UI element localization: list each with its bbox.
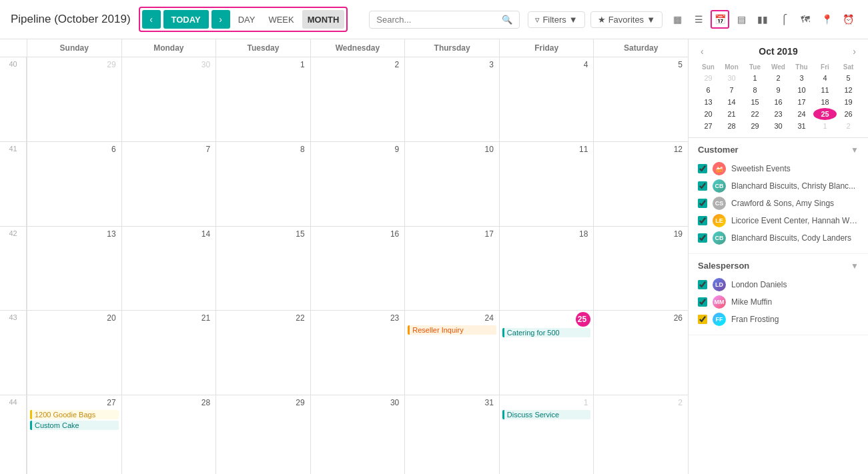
mini-day[interactable]: 5 xyxy=(837,72,860,84)
calendar-view-icon[interactable]: 📅 xyxy=(711,10,729,29)
customer-blanchard2-checkbox[interactable] xyxy=(698,233,707,243)
cal-cell[interactable]: 26 xyxy=(593,311,688,395)
event-goodie-bags[interactable]: 1200 Goodie Bags xyxy=(30,410,119,419)
salesperson-filter-header[interactable]: Salesperson ▼ xyxy=(698,261,859,271)
cal-cell[interactable]: 10 xyxy=(404,142,499,226)
cal-cell[interactable]: 3 xyxy=(404,57,499,141)
mini-day[interactable]: 22 xyxy=(743,108,767,120)
search-input[interactable] xyxy=(376,15,502,25)
cal-cell[interactable]: 15 xyxy=(215,227,310,311)
cal-cell[interactable]: 29 xyxy=(215,395,310,474)
cal-cell[interactable]: 19 xyxy=(593,227,688,311)
customer-sweetish-checkbox[interactable] xyxy=(698,164,707,173)
mini-day[interactable]: 10 xyxy=(790,84,813,96)
mini-day[interactable]: 15 xyxy=(743,96,767,108)
mini-day[interactable]: 30 xyxy=(767,120,790,132)
mini-day[interactable]: 31 xyxy=(790,120,813,132)
cal-cell[interactable]: 28 xyxy=(121,395,216,474)
location-icon[interactable]: 📍 xyxy=(817,10,836,29)
mini-day[interactable]: 17 xyxy=(790,96,813,108)
event-discuss-service[interactable]: Discuss Service xyxy=(502,410,591,419)
grid-view-icon[interactable]: ▤ xyxy=(732,10,751,29)
bar-chart-icon[interactable]: ▮▮ xyxy=(753,10,772,29)
mini-day[interactable]: 16 xyxy=(767,96,790,108)
customer-crawford-checkbox[interactable] xyxy=(698,199,707,208)
mini-day[interactable]: 11 xyxy=(813,84,837,96)
clock-icon[interactable]: ⏰ xyxy=(839,10,857,29)
cal-cell[interactable]: 31 xyxy=(404,395,499,474)
cal-cell[interactable]: 21 xyxy=(121,311,216,395)
cal-cell[interactable]: 27 1200 Goodie Bags Custom Cake xyxy=(27,395,121,474)
cal-cell[interactable]: 11 xyxy=(499,142,594,226)
event-reseller-inquiry[interactable]: Reseller Inquiry xyxy=(408,325,496,335)
mini-day[interactable]: 14 xyxy=(720,96,743,108)
cal-cell[interactable]: 17 xyxy=(404,227,499,311)
salesperson-london-checkbox[interactable] xyxy=(698,280,707,289)
mini-day[interactable]: 29 xyxy=(743,120,767,132)
mini-day[interactable]: 7 xyxy=(720,84,743,96)
favorites-button[interactable]: ★ Favorites ▼ xyxy=(590,11,663,28)
next-button[interactable]: › xyxy=(211,10,230,29)
event-catering[interactable]: Catering for 500 xyxy=(502,328,591,337)
filters-button[interactable]: ▿ Filters ▼ xyxy=(528,11,584,28)
cal-cell[interactable]: 22 xyxy=(215,311,310,395)
cal-cell-today[interactable]: 25 Catering for 500 xyxy=(499,311,594,395)
cal-cell[interactable]: 24 Reseller Inquiry xyxy=(404,311,499,395)
cal-cell[interactable]: 7 xyxy=(121,142,216,226)
list-view-icon[interactable]: ☰ xyxy=(689,10,708,29)
mini-day[interactable]: 26 xyxy=(837,108,860,120)
cal-cell[interactable]: 14 xyxy=(121,227,216,311)
line-chart-icon[interactable]: ⎧ xyxy=(775,10,793,29)
cal-cell[interactable]: 1 xyxy=(215,57,310,141)
mini-day[interactable]: 21 xyxy=(720,108,743,120)
cal-cell[interactable]: 2 xyxy=(593,395,688,474)
salesperson-mike-checkbox[interactable] xyxy=(698,297,707,307)
mini-day[interactable]: 23 xyxy=(767,108,790,120)
mini-day[interactable]: 27 xyxy=(697,120,720,132)
mini-day[interactable]: 2 xyxy=(767,72,790,84)
mini-day[interactable]: 1 xyxy=(743,72,767,84)
mini-day[interactable]: 29 xyxy=(697,72,720,84)
mini-day-today[interactable]: 25 xyxy=(813,108,837,120)
event-custom-cake[interactable]: Custom Cake xyxy=(30,421,119,430)
cal-cell[interactable]: 29 xyxy=(27,57,121,141)
mini-day[interactable]: 9 xyxy=(767,84,790,96)
mini-day[interactable]: 20 xyxy=(697,108,720,120)
cal-cell[interactable]: 20 xyxy=(27,311,121,395)
cal-cell[interactable]: 12 xyxy=(593,142,688,226)
cal-cell[interactable]: 16 xyxy=(310,227,405,311)
mini-day[interactable]: 2 xyxy=(837,120,860,132)
mini-day[interactable]: 6 xyxy=(697,84,720,96)
mini-day[interactable]: 18 xyxy=(813,96,837,108)
today-button[interactable]: TODAY xyxy=(163,10,209,29)
salesperson-fran-checkbox[interactable] xyxy=(698,315,707,324)
mini-day[interactable]: 24 xyxy=(790,108,813,120)
cal-cell[interactable]: 4 xyxy=(499,57,594,141)
cal-cell[interactable]: 18 xyxy=(499,227,594,311)
cal-cell[interactable]: 13 xyxy=(27,227,121,311)
prev-button[interactable]: ‹ xyxy=(142,10,161,29)
cal-cell[interactable]: 9 xyxy=(310,142,405,226)
mini-day[interactable]: 12 xyxy=(837,84,860,96)
week-view-button[interactable]: WEEK xyxy=(263,10,299,29)
cal-cell[interactable]: 30 xyxy=(121,57,216,141)
customer-filter-header[interactable]: Customer ▼ xyxy=(698,145,859,155)
mini-day[interactable]: 28 xyxy=(720,120,743,132)
cal-cell[interactable]: 1 Discuss Service xyxy=(499,395,594,474)
customer-licorice-checkbox[interactable] xyxy=(698,216,707,225)
mini-day[interactable]: 1 xyxy=(813,120,837,132)
map-view-icon[interactable]: 🗺 xyxy=(796,10,815,29)
mini-day[interactable]: 3 xyxy=(790,72,813,84)
month-view-button[interactable]: MONTH xyxy=(302,10,345,29)
mini-cal-next[interactable]: › xyxy=(849,45,860,58)
day-view-button[interactable]: DAY xyxy=(233,10,261,29)
kanban-view-icon[interactable]: ▦ xyxy=(668,10,687,29)
cal-cell[interactable]: 2 xyxy=(310,57,405,141)
mini-day[interactable]: 13 xyxy=(697,96,720,108)
cal-cell[interactable]: 30 xyxy=(310,395,405,474)
mini-day[interactable]: 19 xyxy=(837,96,860,108)
mini-day[interactable]: 8 xyxy=(743,84,767,96)
cal-cell[interactable]: 8 xyxy=(215,142,310,226)
cal-cell[interactable]: 23 xyxy=(310,311,405,395)
customer-blanchard1-checkbox[interactable] xyxy=(698,181,707,191)
